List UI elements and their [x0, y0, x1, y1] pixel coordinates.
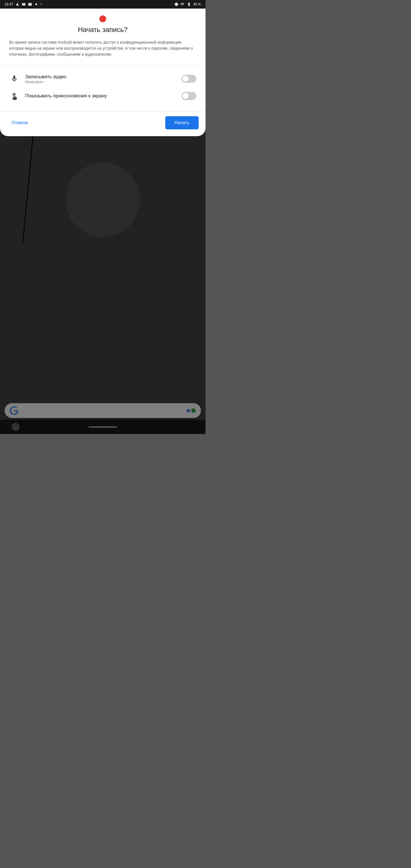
youtube-status-icon [22, 2, 26, 6]
record-dot [99, 16, 106, 22]
option-record-audio: Записывать аудио Микрофон [7, 70, 199, 87]
dot-indicator: • [40, 2, 42, 6]
battery-icon [186, 2, 191, 6]
status-left: 16:47 • [5, 2, 42, 6]
option-audio-text: Записывать аудио Микрофон [25, 74, 176, 84]
mail-icon [28, 2, 32, 6]
option-audio-title: Записывать аудио [25, 74, 176, 80]
toggle-touches[interactable] [182, 92, 196, 100]
toggle-touches-thumb [182, 93, 189, 99]
vibrate-icon [175, 2, 179, 6]
record-dialog: Начать запись? Во время записи система A… [0, 8, 205, 136]
touch-svg [10, 92, 18, 100]
microphone-icon [9, 74, 20, 84]
dialog-title: Начать запись? [0, 26, 205, 39]
navigation-icon [15, 2, 20, 6]
cancel-button[interactable]: Отмена [7, 117, 32, 128]
dialog-actions: Отмена Начать [0, 112, 205, 136]
touch-icon [9, 91, 20, 101]
status-bar: 16:47 • 40 % [0, 0, 205, 8]
pinwheel-icon [34, 2, 38, 6]
dialog-description: Во время записи система Android может по… [0, 39, 205, 65]
dialog-options: Записывать аудио Микрофон Показывать при… [0, 66, 205, 109]
dialog-record-dot-container [0, 8, 205, 26]
toggle-audio[interactable] [182, 75, 196, 83]
start-button[interactable]: Начать [165, 116, 199, 129]
battery-percent: 40 % [193, 2, 201, 6]
option-touches-text: Показывать прикосновения к экрану [25, 93, 176, 99]
option-audio-subtitle: Микрофон [25, 80, 176, 84]
status-right: 40 % [175, 2, 201, 6]
option-touches-title: Показывать прикосновения к экрану [25, 93, 176, 99]
option-show-touches: Показывать прикосновения к экрану [7, 87, 199, 104]
toggle-audio-thumb [182, 76, 189, 82]
mic-svg [10, 75, 18, 83]
svg-point-0 [35, 3, 37, 5]
time: 16:47 [5, 2, 13, 6]
wifi-icon [180, 2, 185, 6]
